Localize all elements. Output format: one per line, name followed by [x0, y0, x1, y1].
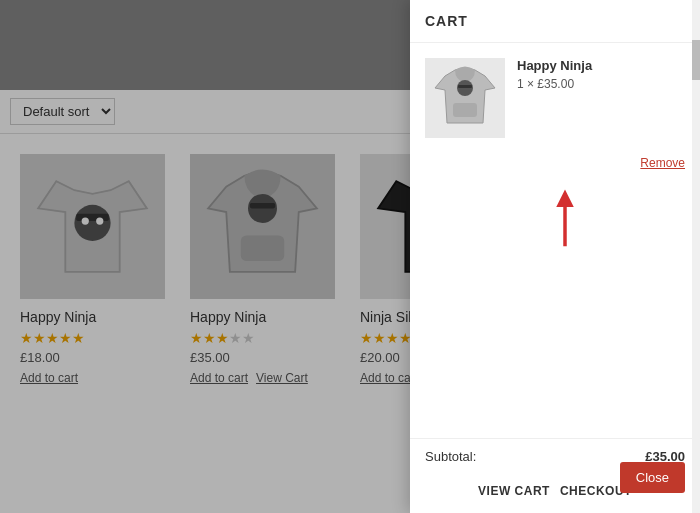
cart-title: CART — [425, 13, 468, 29]
view-cart-button[interactable]: VIEW CART — [478, 484, 550, 498]
cart-item: Happy Ninja 1 × £35.00 — [425, 58, 685, 138]
subtotal-label: Subtotal: — [425, 449, 476, 464]
cart-item-image — [425, 58, 505, 138]
cart-body: Happy Ninja 1 × £35.00 Remove — [410, 43, 700, 438]
cart-item-qty-price: 1 × £35.00 — [517, 77, 685, 91]
remove-item-button[interactable]: Remove — [640, 156, 685, 170]
cart-header: CART — [410, 0, 700, 43]
svg-rect-12 — [458, 85, 472, 88]
close-button[interactable]: Close — [620, 462, 685, 493]
cart-item-name: Happy Ninja — [517, 58, 685, 73]
cart-item-details: Happy Ninja 1 × £35.00 — [517, 58, 685, 91]
svg-rect-10 — [453, 103, 477, 117]
cart-panel: CART Happy Ninja 1 × £35.00 Remove — [410, 0, 700, 513]
cart-item-remove-container: Remove — [425, 153, 685, 171]
